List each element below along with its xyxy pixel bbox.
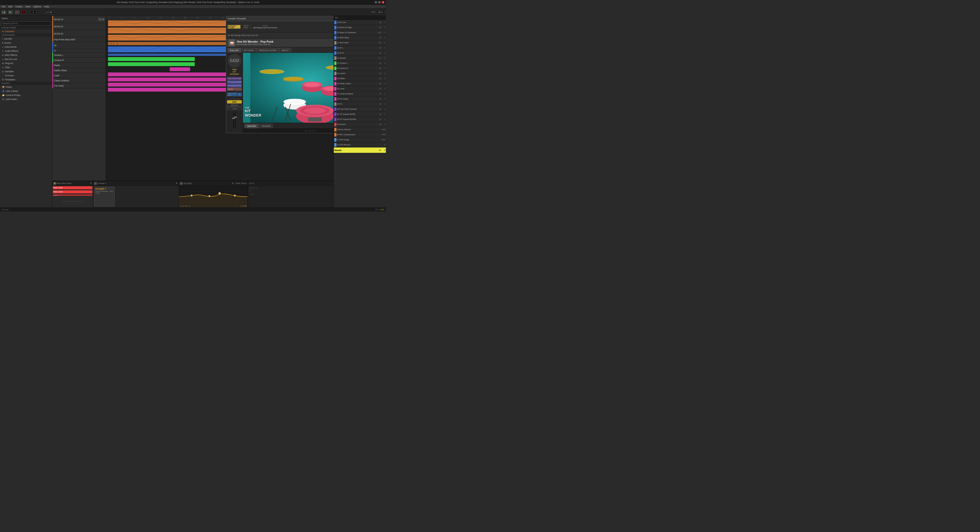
clip-ride-choke[interactable]: Ride Choke — [53, 191, 92, 194]
tab-about[interactable]: ABOUT — [279, 48, 291, 52]
inst-list-item-4[interactable]: NOISY — [227, 87, 242, 91]
fader-1[interactable] — [233, 113, 234, 128]
midi-effects-collapse[interactable]: ▼ — [90, 182, 92, 184]
cpu-low-button[interactable]: LOW — [227, 107, 242, 110]
eq-gain-label: -2.11 dB — [240, 205, 247, 207]
cpu-medium-button[interactable]: MEDIUM — [227, 103, 242, 106]
inst-list-item-2[interactable]: PP Impact BONK — [227, 80, 242, 84]
tab-full-kit[interactable]: FULL KIT — [228, 48, 241, 52]
rp-track-25: 26 Radio Clean 25 5 — [334, 81, 386, 86]
menu-options[interactable]: Options — [33, 5, 41, 8]
reverb-tab[interactable]: REVERB — [259, 124, 273, 129]
kontakt-device-box[interactable]: Kontakt 7 One Kit Wonder - Pop Punk — [94, 187, 115, 206]
sidebar-item-instruments[interactable]: ♫ Instruments — [0, 45, 52, 49]
cpu-scaling: CPU SCALING HIGH MEDIUM LOW — [227, 98, 242, 110]
sidebar-item-add-folder[interactable]: ➕ Add Folder... — [0, 97, 52, 101]
track-solo-button[interactable]: M — [102, 18, 105, 21]
midi-effects-power-button[interactable]: ⚡ — [53, 182, 56, 185]
sidebar-item-sounds[interactable]: ♩ Sounds — [0, 37, 52, 41]
eq-canvas[interactable]: Freq: 393 Hz -2.11 dB — [179, 186, 248, 208]
cpu-high-button[interactable]: HIGH — [227, 100, 242, 103]
clip-octave-l[interactable] — [108, 57, 195, 61]
master-tab[interactable]: MASTER — [245, 124, 259, 129]
menu-view[interactable]: View — [25, 5, 30, 8]
track-header-far-away: Far Away — [52, 83, 106, 88]
tab-settings[interactable]: SETTINGS — [242, 48, 256, 52]
rp-track-15: 15 Bass DI Distortion 12.0 5 — [334, 30, 386, 35]
track-name-octave-l: Octave L — [54, 54, 105, 56]
sidebar-item-clips[interactable]: ✂ Clips — [0, 65, 52, 70]
clip-octave-r[interactable] — [108, 62, 195, 66]
fader-2[interactable] — [235, 113, 235, 128]
bpm-display[interactable]: 117.00 — [44, 11, 54, 14]
inst-list-item-1[interactable]: Pop Punk Crashes — [227, 77, 242, 80]
mixer-label: MIXER — [243, 129, 334, 133]
midi-effects-icon: ≋ — [2, 54, 4, 56]
kontakt-titlebar[interactable]: Kontakt 7/Kontakt ✕ — [226, 16, 334, 21]
device-name: Kontakt 7 — [95, 187, 113, 190]
svg-point-27 — [304, 107, 326, 114]
multi-out-button[interactable]: MULTI OUT ADV ▼ — [227, 93, 242, 96]
maximize-button[interactable]: □ — [378, 1, 381, 3]
play-button[interactable]: ▶ — [8, 11, 13, 14]
minimize-button[interactable]: — — [375, 1, 377, 3]
sidebar-item-packs[interactable]: 📦 Packs — [0, 85, 52, 89]
stop-button[interactable]: ■ — [15, 11, 19, 14]
eq-collapse[interactable]: ▼ — [232, 182, 234, 184]
eq-power-button[interactable]: ● — [180, 182, 183, 185]
svg-point-23 — [286, 100, 303, 104]
kit-right: PARALLEL MASTER EQ ONE KIT WONDER — [243, 53, 334, 133]
svg-point-17 — [305, 83, 320, 87]
menu-help[interactable]: Help — [44, 5, 49, 8]
sidebar-item-current-project[interactable]: 📁 Current Projec... — [0, 93, 52, 97]
timeline-area[interactable]: // ruler ticks will be drawn here 1 5 9 … — [106, 16, 334, 181]
clip-ride-crash[interactable]: Ride Crash — [53, 186, 92, 189]
sidebar-search-container — [0, 21, 52, 26]
svg-point-8 — [283, 77, 304, 81]
record-button[interactable]: ● — [21, 11, 26, 14]
eq-point-2 — [209, 195, 210, 197]
sidebar-item-audio-effects[interactable]: ∿ Audio Effects — [0, 49, 52, 53]
midi-track-ride-crash[interactable]: Ride Crash — [52, 186, 93, 190]
clip-radio[interactable] — [170, 67, 190, 71]
sidebar-item-templates[interactable]: ☰ Templates — [0, 78, 52, 82]
sidebar-item-midi-effects[interactable]: ≋ MIDI Effects — [0, 53, 52, 57]
menu-create[interactable]: Create — [15, 5, 22, 8]
sidebar-item-samples[interactable]: ◎ Samples — [0, 70, 52, 73]
kontakt-main: GGD ONEKITWONDER Pop Punk Crashes PP Imp… — [226, 53, 334, 133]
rp-color-24 — [334, 77, 336, 80]
device-chain-collapse[interactable]: ▼ — [176, 182, 178, 184]
device-power-button[interactable]: ● — [94, 182, 97, 185]
sidebar-item-max[interactable]: ◇ Max for Live — [0, 57, 52, 61]
titlebar: Mix-Ready 'GGD Pop Punk' Songwriting Tem… — [0, 0, 386, 5]
menubar: File Edit Create View Options Help — [0, 5, 386, 9]
rp-color-25 — [334, 82, 336, 86]
midi-drop-zone: Drop MIDI Effects Here — [52, 196, 93, 208]
track-mute-button[interactable]: S — [98, 18, 101, 21]
close-button[interactable]: ✕ — [382, 1, 384, 3]
sidebar-item-plugins[interactable]: ⊕ Plug-Ins — [0, 61, 52, 65]
tab-groove-player[interactable]: GROOVE PLAYER — [257, 48, 279, 52]
svg-rect-2 — [113, 43, 114, 44]
midi-track-ride-choke[interactable]: Ride Choke — [52, 190, 93, 194]
kontakt-window[interactable]: Kontakt 7/Kontakt ✕ KONTAKT PLAYER Maste… — [226, 16, 334, 133]
rp-track-27: 27 Clean Ambient 27 5 — [334, 91, 386, 97]
nav-arrow-prev[interactable]: ◄ — [228, 34, 230, 37]
sidebar-item-grooves[interactable]: ⌒ Grooves — [0, 73, 52, 78]
rewind-button[interactable]: |◄ — [2, 11, 6, 14]
search-input[interactable] — [1, 21, 51, 25]
eq-header: ● EQ Eight ▼ Mode: Stereo — [179, 181, 248, 186]
right-panel-header: Set — [334, 16, 386, 20]
sidebar-item-drums[interactable]: ♥ Drums — [0, 41, 52, 45]
sidebar-item-user-library[interactable]: 👤 User Library — [0, 89, 52, 93]
track-name-far-away: Far Away — [54, 84, 105, 87]
device-chain: ● Kontakt 7 ▼ Kontakt 7 One Kit Wonder -… — [93, 181, 179, 208]
rp-color-18l — [334, 46, 336, 50]
rp-color-29 — [334, 102, 336, 106]
menu-file[interactable]: File — [2, 5, 5, 8]
instruments-icon: ♫ — [2, 46, 3, 48]
sidebar-item-favoriten[interactable]: ★ Favoriten — [0, 29, 52, 33]
menu-edit[interactable]: Edit — [8, 5, 13, 8]
rp-track-14: 14 Bass DI High 14 5 — [334, 25, 386, 30]
inst-list-item-3[interactable]: PP Impact BOOM — [227, 84, 242, 87]
